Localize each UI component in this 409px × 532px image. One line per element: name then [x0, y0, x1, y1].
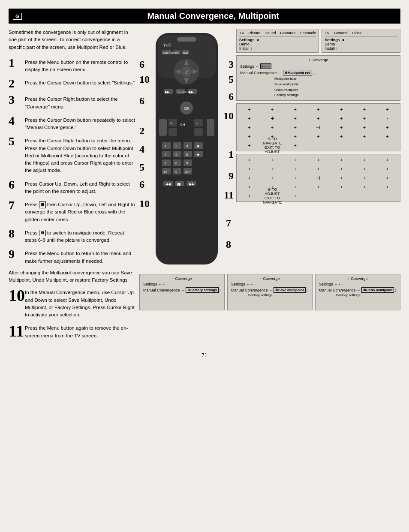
bottom-dots-2: • - - - [251, 283, 259, 286]
plus-2-6: + [354, 114, 376, 122]
svg-rect-26 [159, 119, 167, 136]
page-footer: 71 [9, 352, 400, 358]
conv-manual-row: Manual Convergence ← ⊕Multipoint red ) [240, 70, 397, 75]
step-5: 5 Press the Cursor Right button to enter… [9, 135, 135, 174]
plus-1-4: + [307, 105, 329, 113]
plus2-2-2: + [262, 165, 283, 173]
annot-5b: 5 [229, 74, 234, 85]
plus-1-3: + [284, 105, 306, 113]
sidebar-demo-1: Demo [239, 42, 259, 46]
plus2-1-6: + [354, 156, 376, 164]
bottom-bracket-1: ) [220, 288, 221, 292]
plus-1-5: + [331, 105, 352, 113]
svg-text:SAT: SAT [174, 52, 179, 54]
step-number-5: 5 [9, 135, 22, 147]
bottom-conv-title-3: ↑ Converge [319, 277, 397, 281]
step-number-4: 4 [9, 115, 22, 127]
screen-2-content: Settings ◄→ Demo Install ↑ [325, 38, 397, 51]
annot-10b: 10 [139, 198, 150, 210]
step-text-4: Press the Cursor Down button repeatedly … [25, 115, 135, 132]
plus2-2-3: + [284, 165, 306, 173]
plus2-1-3: + [284, 156, 306, 164]
svg-text:6: 6 [186, 153, 188, 156]
bottom-factory-opt: ⊕Factory settings [186, 287, 219, 293]
intro-text: Sometimes the convergence is only out of… [9, 29, 135, 51]
svg-text:8: 8 [175, 161, 177, 165]
conv-bracket-right: ) [313, 71, 315, 75]
svg-text:4: 4 [165, 153, 167, 156]
step-number-2: 2 [9, 78, 22, 90]
annot-5: 5 [139, 162, 144, 173]
plus2-3-6: + [354, 174, 376, 182]
plus-2-2: +̈ [262, 114, 283, 122]
step-11: 11 Press the Menu button again to remove… [9, 323, 135, 340]
plus2-5-7: + [284, 192, 306, 200]
menu-clock: Clock [352, 31, 362, 35]
menu-bar-1: TV Picture Sound Features Channels [239, 31, 316, 35]
svg-text:0: 0 [175, 170, 177, 174]
step-number-7: 7 [9, 199, 22, 211]
menu-channels: Channels [300, 31, 316, 35]
annot-2: 2 [139, 125, 144, 137]
svg-text:AMP: AMP [183, 52, 188, 54]
plus-1-7: + [376, 105, 398, 113]
bottom-undo-sub: Factory settings [319, 293, 397, 298]
step-text-3: Press the Cursor Right button to select … [25, 94, 135, 111]
plus-3-4: ⊣ [307, 123, 329, 131]
plus-grid-navigate: + + + + + + + + +̈ + + + + [236, 103, 400, 151]
svg-text:◆: ◆ [197, 153, 200, 156]
step-number-1: 1 [9, 57, 22, 69]
plus2-4-5: + [331, 183, 352, 191]
svg-text:+: + [196, 121, 198, 126]
svg-text:1: 1 [165, 144, 167, 148]
after-steps-text: After changing the Multipoint convergenc… [9, 269, 135, 284]
plus2-1-1: + [238, 156, 260, 164]
plus-3-7: + [376, 123, 398, 131]
plus-4-7: + [376, 132, 398, 140]
conv-title-label: ↑ Converge [240, 58, 397, 62]
bottom-undo-opt: ⊕Undo multipoint [361, 287, 394, 293]
adjust-icon: ⊞ [39, 201, 46, 208]
step-text-11: Press the Menu button again to remove th… [25, 323, 135, 340]
svg-text:+: + [170, 121, 172, 126]
conv-menu-screen: ↑ Converge Settings ← • - - - Manual Con… [236, 55, 400, 101]
annot-7: 7 [226, 217, 231, 229]
bottom-settings-label-1: Settings ← [143, 282, 162, 286]
svg-text:◆: ◆ [197, 144, 200, 148]
step-number-6: 6 [9, 179, 22, 191]
conv-options-list: Multipoint blue Save multipoint Undo mul… [240, 76, 397, 98]
plus2-5-1: + [238, 192, 260, 200]
step-3: 3 Press the Cursor Right button to selec… [9, 94, 135, 111]
plus-grid-2: + + + + + + + + + + + + + [238, 156, 398, 200]
svg-text:5: 5 [175, 153, 177, 156]
tv-menu-screen-1: TV Picture Sound Features Channels Setti… [236, 29, 319, 53]
plus2-nav-hint: ⊕ TO ADJUST EXIT: TO NAVIGATE [262, 192, 283, 200]
plus-1-1: + [238, 105, 260, 113]
bottom-undo-screen: ↑ Converge Settings ← • - - - Manual Con… [315, 274, 400, 310]
bottom-manual-row-1: Manual Convergence ← ⊕Factory settings ) [143, 287, 221, 293]
bottom-screens-row: ↑ Converge Settings ← • - - - Manual Con… [139, 274, 400, 310]
svg-text:2: 2 [175, 144, 177, 148]
left-column: Sometimes the convergence is only out of… [9, 29, 135, 344]
tv-menu-screen-2: TV General Clock Settings ◄→ Demo Instal… [322, 29, 400, 53]
page-number: 71 [201, 352, 207, 358]
svg-text:◀◀: ◀◀ [165, 182, 171, 186]
plus-4-6: + [354, 132, 376, 140]
step-6: 6 Press Cursor Up, Down, Left and Right … [9, 179, 135, 195]
right-screens: TV Picture Sound Features Channels Setti… [236, 29, 400, 269]
annot-6d: 6 [229, 91, 234, 102]
plus2-1-2: + [262, 156, 283, 164]
plus2-4-3: + [284, 183, 306, 191]
annot-4: 4 [139, 144, 144, 155]
conv-opt-factory: Factory settings [274, 93, 397, 98]
tv-label-2: TV [325, 31, 330, 35]
bottom-bracket-2: ) [307, 288, 308, 292]
annot-6: 6 [139, 59, 144, 70]
svg-text:10: 10 [163, 170, 167, 173]
plus2-3-1: + [238, 174, 260, 182]
plus-grid-adjust: + + + + + + + + + + + + + [236, 154, 400, 202]
bottom-settings-label-3: Settings ← [319, 282, 338, 286]
svg-rect-30 [194, 119, 203, 126]
page-container: G Manual Convergence, Multipoint Sometim… [9, 9, 400, 358]
step-text-8: Press ⊞ to switch to navigate mode. Repe… [25, 228, 135, 244]
